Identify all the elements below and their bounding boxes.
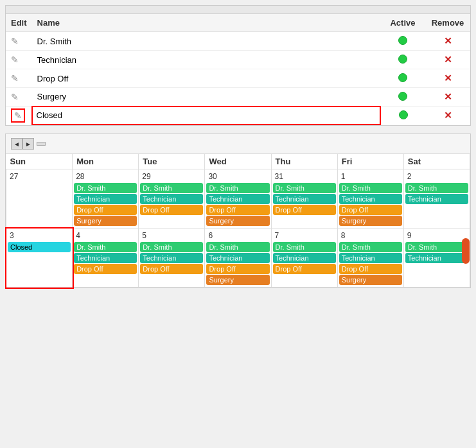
calendar-event[interactable]: Dr. Smith bbox=[273, 183, 336, 193]
calendar-event[interactable]: Dr. Smith bbox=[140, 242, 203, 252]
remove-button[interactable]: ✕ bbox=[444, 91, 452, 102]
day-number: 3 bbox=[8, 230, 71, 241]
calendar-event[interactable]: Dr. Smith bbox=[206, 183, 269, 193]
calendar-week-row: 2728Dr. SmithTechnicianDrop OffSurgery29… bbox=[6, 169, 470, 228]
day-number: 30 bbox=[206, 171, 269, 182]
calendar-event[interactable]: Closed bbox=[8, 242, 71, 252]
calendar-event[interactable]: Technician bbox=[405, 194, 468, 204]
calendar-event[interactable]: Dr. Smith bbox=[140, 183, 203, 193]
calendar-cell[interactable]: 4Dr. SmithTechnicianDrop Off bbox=[73, 228, 139, 288]
calendar-event[interactable]: Technician bbox=[140, 194, 203, 204]
table-row: ✎Surgery✕ bbox=[6, 88, 470, 107]
today-button[interactable] bbox=[37, 142, 46, 146]
edit-icon[interactable]: ✎ bbox=[11, 73, 19, 83]
calendar-event[interactable]: Drop Off bbox=[74, 264, 137, 274]
calendar-cell[interactable]: 3Closed bbox=[6, 228, 73, 288]
calendar-cell[interactable]: 7Dr. SmithTechnicianDrop Off bbox=[271, 228, 337, 288]
calendar-cell[interactable]: 1Dr. SmithTechnicianDrop OffSurgery bbox=[337, 169, 403, 228]
calendar-event[interactable]: Drop Off bbox=[273, 264, 336, 274]
calendar-event[interactable]: Drop Off bbox=[273, 205, 336, 215]
day-number: 28 bbox=[74, 171, 137, 182]
edit-icon[interactable]: ✎ bbox=[11, 108, 25, 123]
resources-table: Edit Name Active Remove ✎Dr. Smith✕✎Tech… bbox=[5, 14, 471, 126]
calendar-event[interactable]: Technician bbox=[140, 253, 203, 263]
edit-cell: ✎ bbox=[6, 51, 32, 69]
calendar-event[interactable]: Dr. Smith bbox=[206, 242, 269, 252]
edit-icon[interactable]: ✎ bbox=[11, 55, 19, 65]
calendar-event[interactable]: Technician bbox=[339, 194, 402, 204]
calendar-event[interactable]: Drop Off bbox=[140, 205, 203, 215]
calendar-event[interactable]: Technician bbox=[206, 194, 269, 204]
calendar-event[interactable]: Dr. Smith bbox=[273, 242, 336, 252]
calendar-event[interactable]: Drop Off bbox=[339, 205, 402, 215]
calendar-event[interactable]: Surgery bbox=[339, 216, 402, 226]
calendar-event[interactable]: Surgery bbox=[339, 275, 402, 285]
edit-icon[interactable]: ✎ bbox=[11, 36, 19, 46]
calendar-cell[interactable]: 29Dr. SmithTechnicianDrop Off bbox=[139, 169, 205, 228]
calendar-event[interactable]: Dr. Smith bbox=[405, 242, 468, 252]
calendar-event[interactable]: Drop Off bbox=[74, 205, 137, 215]
calendar-event[interactable]: Dr. Smith bbox=[405, 183, 468, 193]
calendar-event[interactable]: Dr. Smith bbox=[74, 242, 137, 252]
calendar-event[interactable]: Technician bbox=[74, 253, 137, 263]
calendar-event[interactable]: Technician bbox=[339, 253, 402, 263]
remove-cell: ✕ bbox=[425, 107, 470, 125]
calendar-event[interactable]: Dr. Smith bbox=[74, 183, 137, 193]
day-number: 5 bbox=[140, 230, 203, 241]
day-number: 29 bbox=[140, 171, 203, 182]
calendar-cell[interactable]: 27 bbox=[6, 169, 73, 228]
remove-button[interactable]: ✕ bbox=[444, 54, 452, 65]
calendar-cell[interactable]: 28Dr. SmithTechnicianDrop OffSurgery bbox=[73, 169, 139, 228]
calendar-event[interactable]: Surgery bbox=[206, 275, 269, 285]
calendar-event[interactable]: Drop Off bbox=[140, 264, 203, 274]
remove-button[interactable]: ✕ bbox=[444, 35, 452, 46]
calendar-event[interactable]: Dr. Smith bbox=[339, 183, 402, 193]
page: Edit Name Active Remove ✎Dr. Smith✕✎Tech… bbox=[0, 0, 476, 448]
name-cell: Surgery bbox=[32, 88, 380, 107]
remove-cell: ✕ bbox=[425, 88, 470, 107]
table-row: ✎Drop Off✕ bbox=[6, 69, 470, 88]
calendar-event[interactable]: Technician bbox=[273, 253, 336, 263]
name-cell: Technician bbox=[32, 51, 380, 69]
calendar-event[interactable]: Technician bbox=[405, 253, 468, 263]
prev-button[interactable]: ◄ bbox=[11, 138, 22, 150]
active-cell bbox=[380, 32, 425, 51]
calendar-cell[interactable]: 6Dr. SmithTechnicianDrop OffSurgery bbox=[205, 228, 271, 288]
calendar-event[interactable]: Surgery bbox=[74, 216, 137, 226]
edit-cell: ✎ bbox=[6, 69, 32, 88]
active-cell bbox=[380, 51, 425, 69]
cal-day-header: Sun bbox=[6, 154, 73, 169]
calendar-event[interactable]: Technician bbox=[206, 253, 269, 263]
next-button[interactable]: ► bbox=[22, 138, 34, 150]
calendar-event[interactable]: Technician bbox=[74, 194, 137, 204]
col-edit: Edit bbox=[6, 14, 32, 32]
calendar-cell[interactable]: 30Dr. SmithTechnicianDrop OffSurgery bbox=[205, 169, 271, 228]
remove-button[interactable]: ✕ bbox=[444, 73, 452, 83]
cal-day-header: Mon bbox=[73, 154, 139, 169]
table-row: ✎Dr. Smith✕ bbox=[6, 32, 470, 51]
table-row: ✎Closed✕ bbox=[6, 107, 470, 125]
section-header bbox=[5, 5, 471, 14]
active-indicator bbox=[399, 110, 408, 119]
calendar-event[interactable]: Drop Off bbox=[206, 205, 269, 215]
calendar-section: ◄ ► SunMonTueWedThuFriSat 2728Dr. SmithT… bbox=[5, 134, 471, 288]
edit-cell: ✎ bbox=[6, 32, 32, 51]
calendar-week-row: 3Closed4Dr. SmithTechnicianDrop Off5Dr. … bbox=[6, 228, 470, 288]
calendar-cell[interactable]: 8Dr. SmithTechnicianDrop OffSurgery bbox=[337, 228, 403, 288]
calendar-event[interactable]: Surgery bbox=[206, 216, 269, 226]
remove-button[interactable]: ✕ bbox=[444, 110, 452, 121]
edit-icon[interactable]: ✎ bbox=[11, 92, 19, 102]
calendar-cell[interactable]: 9Dr. SmithTechnician bbox=[403, 228, 470, 288]
name-cell: Dr. Smith bbox=[32, 32, 380, 51]
day-number: 27 bbox=[8, 171, 71, 182]
calendar-cell[interactable]: 2Dr. SmithTechnician bbox=[403, 169, 470, 228]
calendar-cell[interactable]: 5Dr. SmithTechnicianDrop Off bbox=[139, 228, 205, 288]
calendar-event[interactable]: Drop Off bbox=[339, 264, 402, 274]
calendar-event[interactable]: Technician bbox=[273, 194, 336, 204]
calendar-event[interactable]: Drop Off bbox=[206, 264, 269, 274]
calendar-event[interactable]: Dr. Smith bbox=[339, 242, 402, 252]
active-indicator bbox=[398, 36, 407, 45]
calendar-grid: SunMonTueWedThuFriSat 2728Dr. SmithTechn… bbox=[6, 154, 470, 288]
calendar-cell[interactable]: 31Dr. SmithTechnicianDrop Off bbox=[271, 169, 337, 228]
day-number: 9 bbox=[405, 230, 468, 241]
